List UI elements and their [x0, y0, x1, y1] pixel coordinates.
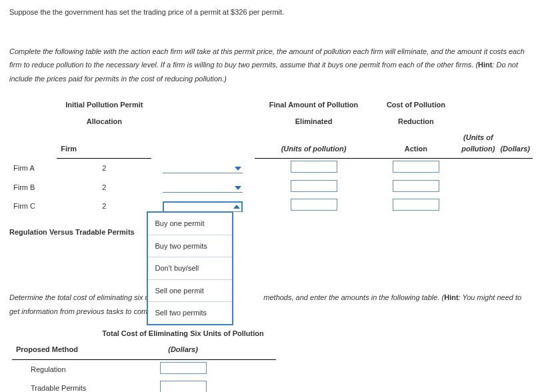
- cost-title: Total Cost of Eliminating Six Units of P…: [98, 327, 275, 343]
- th-elim-1: Final Amount of Pollution: [255, 98, 373, 115]
- eliminated-input[interactable]: [291, 180, 337, 192]
- eliminated-input[interactable]: [291, 161, 337, 173]
- th-cost-2: Reduction: [373, 115, 459, 131]
- th-firm: Firm: [57, 131, 151, 159]
- th-alloc-1: Initial Pollution Permit: [57, 98, 151, 115]
- eliminated-input[interactable]: [291, 199, 337, 211]
- cost-input[interactable]: [393, 199, 439, 211]
- total-cost-input[interactable]: [160, 381, 207, 392]
- th-alloc-2: Allocation: [57, 115, 151, 131]
- chevron-down-icon: [235, 167, 241, 171]
- para2-b: methods, and enter the amounts in the fo…: [263, 293, 444, 301]
- cost-table: Total Cost of Eliminating Six Units of P…: [12, 327, 276, 392]
- alloc-value: 2: [57, 178, 151, 197]
- alloc-value: 2: [57, 159, 151, 178]
- dropdown-option[interactable]: Buy two permits: [148, 235, 232, 257]
- th-dollars: (Dollars): [98, 343, 275, 359]
- th-action: Action: [373, 131, 459, 159]
- dropdown-option[interactable]: Don't buy/sell: [148, 257, 232, 279]
- intro-text: Suppose the the government has set the t…: [9, 7, 533, 18]
- dropdown-option[interactable]: Buy one permit: [148, 213, 232, 235]
- th-alloc-3: (Units of pollution): [255, 131, 373, 159]
- firm-label: Firm C: [9, 197, 57, 216]
- total-cost-input[interactable]: [160, 362, 207, 374]
- table-row: Firm B 2: [9, 178, 533, 197]
- th-cost-1: Cost of Pollution: [373, 98, 459, 115]
- th-elim-3: (Units of pollution): [459, 131, 497, 159]
- th-elim-2: Eliminated: [255, 115, 373, 131]
- th-cost-3: (Dollars): [497, 131, 533, 159]
- action-dropdown[interactable]: [163, 164, 243, 173]
- method-label: Tradable Permits: [12, 379, 98, 392]
- hint-label: Hint: [478, 61, 492, 69]
- cost-input[interactable]: [393, 161, 439, 173]
- table-row: Firm C 2 Buy one permit Buy two permits …: [9, 197, 533, 216]
- firm-action-table: Initial Pollution Permit Final Amount of…: [9, 98, 533, 216]
- dropdown-option[interactable]: Sell one permit: [148, 279, 232, 302]
- instr-part1: Complete the following table with the ac…: [9, 47, 525, 69]
- section-title: Regulation Versus Tradable Permits: [9, 227, 533, 238]
- alloc-value: 2: [57, 197, 151, 216]
- firm-label: Firm A: [9, 159, 57, 178]
- cost-input[interactable]: [393, 180, 439, 192]
- chevron-up-icon: [233, 205, 240, 209]
- action-dropdown[interactable]: [163, 183, 243, 193]
- firm-label: Firm B: [9, 178, 57, 197]
- table-row: Tradable Permits: [12, 379, 276, 392]
- dropdown-option[interactable]: Sell two permits: [148, 301, 232, 324]
- method-label: Regulation: [12, 359, 98, 379]
- instructions-text: Complete the following table with the ac…: [9, 45, 533, 87]
- table-row: Firm A 2: [9, 159, 533, 178]
- action-dropdown-open[interactable]: [163, 201, 243, 212]
- dropdown-menu: Buy one permit Buy two permits Don't buy…: [147, 211, 233, 325]
- th-method: Proposed Method: [12, 343, 98, 359]
- table-row: Regulation: [12, 359, 276, 379]
- cost-instructions: Determine the total cost of eliminating …: [9, 291, 533, 319]
- hint-label: Hint: [444, 293, 458, 301]
- chevron-down-icon: [235, 186, 241, 190]
